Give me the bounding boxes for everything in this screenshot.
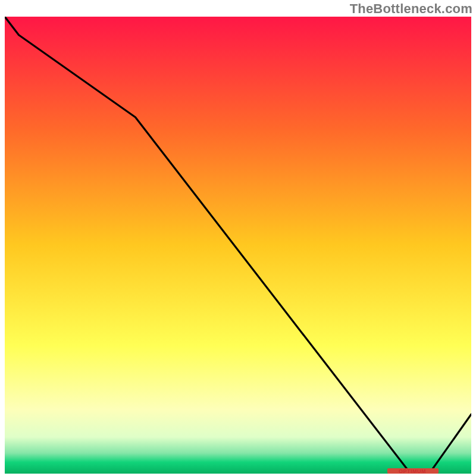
gradient-background xyxy=(5,17,471,474)
chart-svg xyxy=(5,17,471,474)
watermark-text: TheBottleneck.com xyxy=(350,1,472,17)
chart-container: TheBottleneck.com OPTIMUM xyxy=(0,0,476,476)
optimum-label: OPTIMUM xyxy=(399,468,426,474)
plot-area xyxy=(5,17,471,474)
